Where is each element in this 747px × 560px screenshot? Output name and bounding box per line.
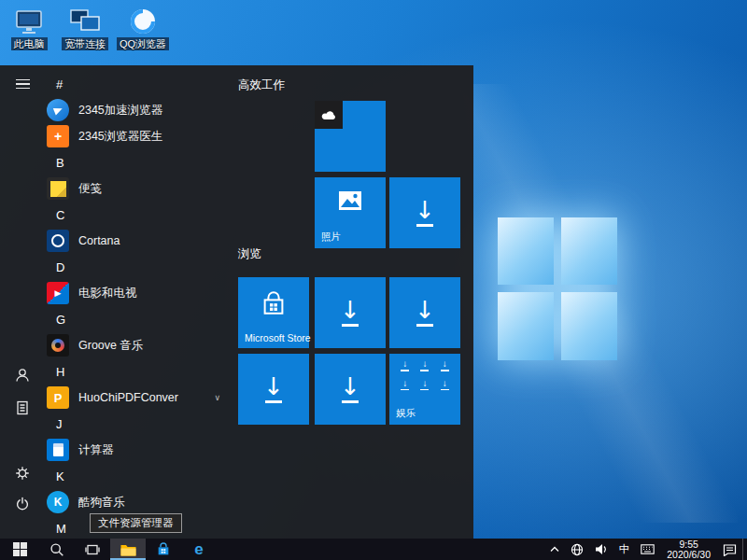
section-letter: B [45,156,64,170]
desktop-icon-label: QQ浏览器 [117,37,169,50]
app-list-section-header[interactable]: J [45,411,235,437]
app-label: HuoChiPDFConver [78,391,178,404]
desktop-icon-this-pc[interactable]: 此电脑 [2,6,56,50]
edge-button[interactable] [181,539,217,560]
action-center-icon [723,543,737,556]
app-list-item[interactable]: 便笺 [45,175,235,202]
tile-label: 娱乐 [396,407,416,420]
user-icon [15,368,30,383]
volume-button[interactable] [589,539,613,560]
app-list-section-header[interactable]: C [45,202,235,228]
download-arrow-icon: ↓ [315,354,386,425]
app-label: 2345加速浏览器 [78,103,162,119]
this-pc-icon [2,6,56,35]
app-list-item[interactable]: 2345加速浏览器 [45,97,235,123]
screen: 此电脑 宽带连接 QQ浏览器 [0,0,747,560]
app-list-item[interactable]: Groove 音乐 [45,332,235,358]
tile-group-title[interactable]: 高效工作 [238,77,285,93]
app-list-item[interactable]: 酷狗音乐 [45,489,235,515]
start-menu-rail [0,65,45,539]
task-view-icon [85,542,100,557]
tile-download-pending[interactable]: ↓ [238,354,309,425]
show-desktop-button[interactable] [742,539,747,560]
app-list-item[interactable]: HuoChiPDFConver∨ [45,385,235,411]
app-list-item[interactable]: Cortana [45,228,235,254]
start-menu: # 2345加速浏览器 2345浏览器医生 B 便笺 C Cortana D 电… [0,65,473,539]
app-icon-movies-tv [47,282,69,304]
chevron-down-icon[interactable]: ∨ [214,393,220,402]
app-icon-2345-doctor [47,125,69,147]
section-letter: C [45,208,64,222]
broadband-connection-icon [58,6,112,35]
documents-button[interactable] [0,391,45,425]
download-arrow-icon: ↓ [389,177,460,248]
section-letter: K [45,469,64,483]
app-list-item[interactable]: 2345浏览器医生 [45,123,235,149]
tile-download-pending[interactable]: ↓ [315,277,386,348]
desktop-icon-label: 宽带连接 [62,37,108,50]
user-account-button[interactable] [0,358,45,392]
section-letter: # [45,77,63,91]
search-icon [49,542,64,557]
app-list-item[interactable]: 计算器 [45,437,235,463]
app-list-section-header[interactable]: H [45,358,235,385]
keyboard-icon [641,544,655,554]
microsoft-store-button[interactable] [146,539,181,560]
network-button[interactable] [565,539,589,560]
tile-entertainment-folder[interactable]: ↓ ↓ ↓ ↓ ↓ ↓ 娱乐 [389,354,460,425]
desktop-icon-label: 此电脑 [11,37,48,50]
tile-download-pending[interactable]: ↓ [389,277,460,348]
download-arrow-icon: ↓ [389,277,460,348]
app-label: Groove 音乐 [78,338,143,354]
ime-indicator[interactable]: 中 [613,539,636,560]
start-button[interactable] [0,539,39,560]
globe-network-icon [571,543,584,556]
app-label: 酷狗音乐 [78,495,125,511]
app-icon-calculator [47,439,69,461]
app-label: Cortana [78,234,120,247]
search-button[interactable] [39,539,75,560]
photos-icon [315,190,386,211]
app-list-section-header[interactable]: K [45,463,235,489]
tile-download-pending[interactable]: ↓ [315,354,386,425]
power-button[interactable] [0,487,45,521]
power-icon [15,497,30,511]
settings-button[interactable] [0,456,45,490]
desktop-icon-broadband[interactable]: 宽带连接 [58,6,112,50]
tile-group-title[interactable]: 浏览 [238,246,261,262]
download-arrow-icon: ↓ [238,354,309,425]
tile-microsoft-store[interactable]: Microsoft Store [238,277,309,348]
section-letter: G [45,313,65,327]
tile-label: 照片 [321,231,341,244]
tile-onedrive[interactable] [315,101,386,172]
file-explorer-button[interactable] [110,539,146,560]
system-tray: 中 9:55 2020/6/30 [544,539,747,560]
expand-menu-button[interactable] [0,67,45,101]
touch-keyboard-button[interactable] [635,539,660,560]
app-list-section-header[interactable]: # [45,71,235,97]
action-center-button[interactable] [717,539,742,560]
windows-logo [498,217,617,360]
app-icon-sticky-notes [47,177,69,200]
app-label: 便笺 [78,181,102,197]
tile-photos[interactable]: 照片 [315,177,386,248]
app-list-item[interactable]: 电影和电视 [45,280,235,306]
download-arrow-icon: ↓ [315,277,386,348]
speaker-icon [595,543,608,555]
cloud-icon [315,101,343,129]
taskbar-clock[interactable]: 9:55 2020/6/30 [660,539,717,560]
clock-time: 9:55 [679,539,698,550]
tray-expand-button[interactable] [544,539,565,560]
app-list-section-header[interactable]: B [45,149,235,175]
app-list-section-header[interactable]: G [45,306,235,332]
app-list-section-header[interactable]: D [45,254,235,280]
edge-icon [194,541,203,557]
tile-download-pending[interactable]: ↓ [389,177,460,248]
tooltip: 文件资源管理器 [90,513,182,533]
app-icon-2345-browser [47,99,69,121]
store-icon [156,542,171,557]
clock-date: 2020/6/30 [667,550,711,560]
desktop-icon-qq-browser[interactable]: QQ浏览器 [116,6,170,50]
taskbar: 中 9:55 2020/6/30 [0,539,747,560]
task-view-button[interactable] [75,539,110,560]
